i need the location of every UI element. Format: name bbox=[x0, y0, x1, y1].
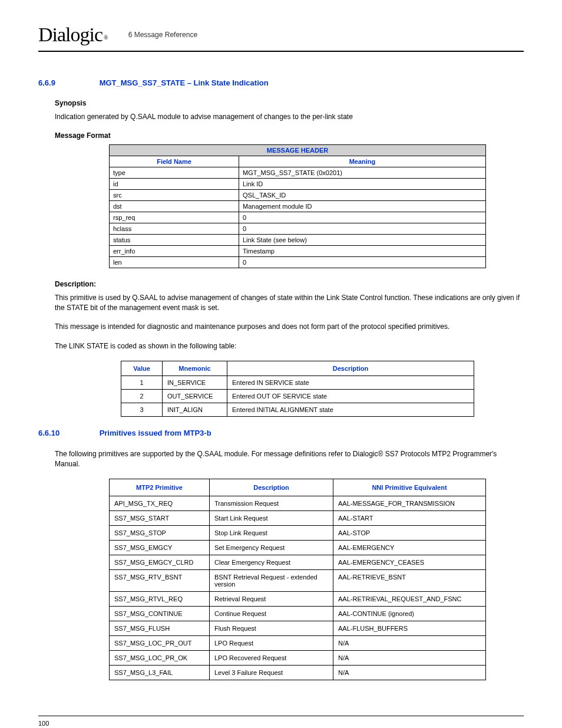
cell-primitive: SS7_MSG_EMGCY bbox=[110, 540, 210, 555]
cell-nni: AAL-START bbox=[333, 510, 486, 525]
cell-field: id bbox=[110, 178, 239, 189]
table-row: SS7_MSG_FLUSHFlush RequestAAL-FLUSH_BUFF… bbox=[110, 621, 486, 635]
cell-nni: AAL-RETRIEVE_BSNT bbox=[333, 569, 486, 591]
table-row: dstManagement module ID bbox=[110, 200, 486, 212]
section-number: 6.6.10 bbox=[38, 429, 97, 437]
cell-meaning: Management module ID bbox=[239, 200, 486, 212]
cell-description: Clear Emergency Request bbox=[210, 555, 333, 569]
cell-nni: N/A bbox=[333, 635, 486, 650]
cell-primitive: API_MSG_TX_REQ bbox=[110, 496, 210, 510]
table-row: API_MSG_TX_REQTransmission RequestAAL-ME… bbox=[110, 496, 486, 510]
table-title: MESSAGE HEADER bbox=[110, 144, 486, 156]
description-label: Description: bbox=[55, 280, 524, 288]
cell-description: Retrieval Request bbox=[210, 591, 333, 606]
cell-description: LPO Recovered Request bbox=[210, 650, 333, 665]
cell-mnemonic: INIT_ALIGN bbox=[163, 403, 227, 416]
chapter-reference: 6 Message Reference bbox=[128, 31, 197, 39]
message-header-table: MESSAGE HEADER Field Name Meaning typeMG… bbox=[109, 144, 486, 268]
cell-field: dst bbox=[110, 200, 239, 212]
cell-description: LPO Request bbox=[210, 635, 333, 650]
cell-nni: AAL-FLUSH_BUFFERS bbox=[333, 621, 486, 635]
cell-value: 3 bbox=[121, 403, 163, 416]
cell-primitive: SS7_MSG_RTV_BSNT bbox=[110, 569, 210, 591]
cell-primitive: SS7_MSG_RTVL_REQ bbox=[110, 591, 210, 606]
table-row: srcQSL_TASK_ID bbox=[110, 189, 486, 200]
table-row: SS7_MSG_RTVL_REQRetrieval RequestAAL-RET… bbox=[110, 591, 486, 606]
table-row: typeMGT_MSG_SS7_STATE (0x0201) bbox=[110, 167, 486, 178]
cell-nni: AAL-EMERGENCY_CEASES bbox=[333, 555, 486, 569]
cell-primitive: SS7_MSG_FLUSH bbox=[110, 621, 210, 635]
cell-description: Continue Request bbox=[210, 606, 333, 621]
page-number: 100 bbox=[38, 720, 49, 727]
cell-nni: AAL-STOP bbox=[333, 525, 486, 540]
section-title: MGT_MSG_SS7_STATE – Link State Indicatio… bbox=[100, 78, 269, 87]
table-row: rsp_req0 bbox=[110, 212, 486, 223]
table-row: SS7_MSG_EMGCY_CLRDClear Emergency Reques… bbox=[110, 555, 486, 569]
cell-meaning: Link ID bbox=[239, 178, 486, 189]
table-row: SS7_MSG_L3_FAILLevel 3 Failure RequestN/… bbox=[110, 665, 486, 680]
cell-primitive: SS7_MSG_CONTINUE bbox=[110, 606, 210, 621]
cell-description: Start Link Request bbox=[210, 510, 333, 525]
cell-description: Transmission Request bbox=[210, 496, 333, 510]
cell-field: hclass bbox=[110, 223, 239, 234]
cell-primitive: SS7_MSG_START bbox=[110, 510, 210, 525]
cell-meaning: MGT_MSG_SS7_STATE (0x0201) bbox=[239, 167, 486, 178]
table-row: idLink ID bbox=[110, 178, 486, 189]
cell-description: Entered IN SERVICE state bbox=[227, 375, 474, 389]
cell-description: Level 3 Failure Request bbox=[210, 665, 333, 680]
cell-field: len bbox=[110, 256, 239, 268]
cell-value: 2 bbox=[121, 389, 163, 403]
table-row: SS7_MSG_LOC_PR_OKLPO Recovered RequestN/… bbox=[110, 650, 486, 665]
cell-nni: AAL-RETRIEVAL_REQUEST_AND_FSNC bbox=[333, 591, 486, 606]
cell-primitive: SS7_MSG_STOP bbox=[110, 525, 210, 540]
cell-primitive: SS7_MSG_EMGCY_CLRD bbox=[110, 555, 210, 569]
table-row: SS7_MSG_STOPStop Link RequestAAL-STOP bbox=[110, 525, 486, 540]
table-row: SS7_MSG_CONTINUEContinue RequestAAL-CONT… bbox=[110, 606, 486, 621]
column-header-description: Description bbox=[227, 361, 474, 375]
cell-nni: N/A bbox=[333, 650, 486, 665]
cell-meaning: 0 bbox=[239, 223, 486, 234]
page-footer: 100 bbox=[38, 716, 524, 727]
cell-meaning: 0 bbox=[239, 212, 486, 223]
description-p3: The LINK STATE is coded as shown in the … bbox=[55, 341, 524, 351]
synopsis-label: Synopsis bbox=[55, 99, 524, 107]
table-row: len0 bbox=[110, 256, 486, 268]
logo: Dialogic® bbox=[38, 24, 108, 46]
mtp2-primitives-table: MTP2 Primitive Description NNI Primitive… bbox=[109, 479, 486, 680]
table-row: SS7_MSG_LOC_PR_OUTLPO RequestN/A bbox=[110, 635, 486, 650]
cell-description: BSNT Retrieval Request - extended versio… bbox=[210, 569, 333, 591]
column-header-value: Value bbox=[121, 361, 163, 375]
cell-mnemonic: IN_SERVICE bbox=[163, 375, 227, 389]
table-row: 3INIT_ALIGNEntered INITIAL ALIGNMENT sta… bbox=[121, 403, 474, 416]
cell-primitive: SS7_MSG_LOC_PR_OUT bbox=[110, 635, 210, 650]
cell-description: Entered OUT OF SERVICE state bbox=[227, 389, 474, 403]
cell-field: src bbox=[110, 189, 239, 200]
cell-nni: AAL-EMERGENCY bbox=[333, 540, 486, 555]
section-heading-669: 6.6.9 MGT_MSG_SS7_STATE – Link State Ind… bbox=[38, 78, 524, 87]
section-number: 6.6.9 bbox=[38, 78, 97, 87]
cell-field: status bbox=[110, 234, 239, 245]
table-row: 2OUT_SERVICEEntered OUT OF SERVICE state bbox=[121, 389, 474, 403]
section-heading-6610: 6.6.10 Primitives issued from MTP3-b bbox=[38, 429, 524, 437]
description-p2: This message is intended for diagnostic … bbox=[55, 322, 524, 332]
table-row: SS7_MSG_RTV_BSNTBSNT Retrieval Request -… bbox=[110, 569, 486, 591]
cell-mnemonic: OUT_SERVICE bbox=[163, 389, 227, 403]
table-row: SS7_MSG_EMGCYSet Emergency RequestAAL-EM… bbox=[110, 540, 486, 555]
column-header-description: Description bbox=[210, 479, 333, 496]
table-row: 1IN_SERVICEEntered IN SERVICE state bbox=[121, 375, 474, 389]
cell-description: Entered INITIAL ALIGNMENT state bbox=[227, 403, 474, 416]
cell-meaning: 0 bbox=[239, 256, 486, 268]
cell-field: type bbox=[110, 167, 239, 178]
link-state-table: Value Mnemonic Description 1IN_SERVICEEn… bbox=[121, 361, 474, 417]
table-row: SS7_MSG_STARTStart Link RequestAAL-START bbox=[110, 510, 486, 525]
column-header-field: Field Name bbox=[110, 156, 239, 167]
cell-meaning: Link State (see below) bbox=[239, 234, 486, 245]
cell-description: Stop Link Request bbox=[210, 525, 333, 540]
cell-nni: N/A bbox=[333, 665, 486, 680]
section-title: Primitives issued from MTP3-b bbox=[100, 429, 211, 437]
page-header: Dialogic® 6 Message Reference bbox=[38, 24, 524, 52]
message-format-label: Message Format bbox=[55, 131, 524, 140]
cell-description: Flush Request bbox=[210, 621, 333, 635]
table-row: hclass0 bbox=[110, 223, 486, 234]
table-row: err_infoTimestamp bbox=[110, 245, 486, 256]
